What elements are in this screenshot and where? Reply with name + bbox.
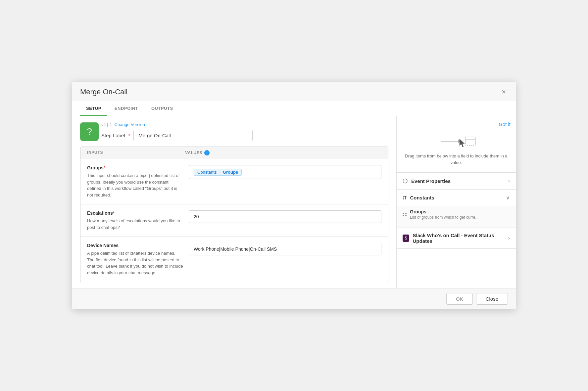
got-it-row: Got it xyxy=(397,121,516,130)
svg-marker-2 xyxy=(460,139,465,147)
groups-value-col: Constants › Groups xyxy=(189,165,381,179)
side-panel: Got it xyxy=(397,116,516,288)
escalations-label: Escalations* xyxy=(87,210,183,216)
slack-title: Slack Who's on Call - Event Status Updat… xyxy=(413,233,508,244)
inputs-table: INPUTS VALUES i Groups* This input shoul… xyxy=(80,147,388,282)
drag-illustration xyxy=(436,133,476,150)
tab-setup[interactable]: SETUP xyxy=(80,101,107,116)
main-panel: ? v4 | 4 Change Version Step Label * xyxy=(72,116,397,288)
merge-on-call-dialog: Merge On-Call × SETUP ENDPOINT OUTPUTS ?… xyxy=(72,82,516,309)
slack-icon: S xyxy=(403,235,409,242)
event-properties-chevron: › xyxy=(508,178,510,184)
info-icon[interactable]: i xyxy=(204,150,210,155)
event-properties-header[interactable]: ⬡ Event Properties › xyxy=(397,173,516,189)
input-row-device-names: Device Names A pipe delimited list of xM… xyxy=(80,237,388,282)
device-names-label: Device Names xyxy=(87,243,183,248)
escalations-required-star: * xyxy=(113,210,115,216)
values-col-text: VALUES xyxy=(185,151,202,155)
dialog-header: Merge On-Call × xyxy=(72,82,516,101)
escalations-input[interactable] xyxy=(189,210,381,223)
step-label-input[interactable] xyxy=(133,130,253,141)
groups-label-col: Groups* This input should contain a pipe… xyxy=(87,165,189,198)
step-icon-symbol: ? xyxy=(87,126,92,137)
close-button[interactable]: Close xyxy=(476,293,508,305)
constants-header[interactable]: π Constants ∨ xyxy=(397,190,516,206)
got-it-button[interactable]: Got it xyxy=(499,121,511,127)
event-properties-left: ⬡ Event Properties xyxy=(403,177,451,185)
version-row: ? v4 | 4 Change Version Step Label * xyxy=(80,122,388,141)
escalations-description: How many levels of escalations would you… xyxy=(87,218,183,231)
constant-groups-with-icon: Groups List of groups from which to get … xyxy=(403,209,510,220)
input-row-escalations: Escalations* How many levels of escalati… xyxy=(80,204,388,237)
side-section-slack: S Slack Who's on Call - Event Status Upd… xyxy=(397,228,516,249)
drag-hint-text: Drag items from below into a field to in… xyxy=(402,153,511,166)
escalations-value-col xyxy=(189,210,381,223)
tag-value[interactable]: Groups xyxy=(223,170,238,175)
groups-description: This input should contain a pipe | delim… xyxy=(87,172,183,198)
device-names-value-col xyxy=(189,243,381,255)
groups-tag: Constants › Groups xyxy=(194,169,242,176)
dialog-title: Merge On-Call xyxy=(80,88,127,96)
dialog-close-button[interactable]: × xyxy=(500,88,508,96)
slack-chevron: › xyxy=(508,235,510,241)
constants-title: Constants xyxy=(410,195,434,200)
side-section-constants: π Constants ∨ xyxy=(397,190,516,228)
constants-left: π Constants xyxy=(403,194,434,201)
constant-item-groups: Groups List of groups from which to get … xyxy=(403,206,510,223)
event-properties-icon: ⬡ xyxy=(403,177,408,185)
groups-tag-field[interactable]: Constants › Groups xyxy=(189,165,381,179)
groups-required-star: * xyxy=(104,165,105,170)
tabs-bar: SETUP ENDPOINT OUTPUTS xyxy=(72,101,516,116)
dialog-body: ? v4 | 4 Change Version Step Label * xyxy=(72,116,516,288)
drag-illustration-svg xyxy=(436,133,476,150)
constant-groups-name: Groups xyxy=(410,209,478,214)
step-label-field: Step Label * xyxy=(101,130,253,141)
slack-header[interactable]: S Slack Who's on Call - Event Status Upd… xyxy=(397,228,516,248)
ok-button[interactable]: OK xyxy=(446,293,473,305)
constants-icon: π xyxy=(403,194,407,201)
groups-label: Groups* xyxy=(87,165,183,170)
version-text: v4 | 4 xyxy=(101,122,112,127)
drag-handle-icon xyxy=(403,213,407,216)
constants-chevron: ∨ xyxy=(506,195,510,201)
input-row-groups: Groups* This input should contain a pipe… xyxy=(80,159,388,204)
escalations-label-col: Escalations* How many levels of escalati… xyxy=(87,210,189,231)
svg-rect-3 xyxy=(466,137,475,146)
dialog-footer: OK Close xyxy=(72,288,516,309)
values-col-header: VALUES i xyxy=(185,150,381,155)
step-label-required-star: * xyxy=(128,133,130,138)
inputs-col-header: INPUTS xyxy=(87,150,185,155)
device-names-label-col: Device Names A pipe delimited list of xM… xyxy=(87,243,189,276)
device-names-description: A pipe delimited list of xMatters device… xyxy=(87,250,183,276)
step-label-text: Step Label xyxy=(101,133,125,138)
slack-left: S Slack Who's on Call - Event Status Upd… xyxy=(403,233,508,244)
device-names-input[interactable] xyxy=(189,243,381,255)
constants-body: Groups List of groups from which to get … xyxy=(397,206,516,228)
change-version-link[interactable]: Change Version xyxy=(115,122,145,127)
tab-outputs[interactable]: OUTPUTS xyxy=(145,101,179,116)
constant-groups-desc: List of groups from which to get curre..… xyxy=(410,215,478,220)
tab-endpoint[interactable]: ENDPOINT xyxy=(109,101,144,116)
step-icon: ? xyxy=(80,122,99,141)
side-section-event-properties: ⬡ Event Properties › xyxy=(397,173,516,190)
inputs-table-header: INPUTS VALUES i xyxy=(80,147,388,159)
event-properties-title: Event Properties xyxy=(411,178,451,184)
tag-prefix: Constants xyxy=(197,170,217,175)
drag-hint: Drag items from below into a field to in… xyxy=(397,130,516,173)
